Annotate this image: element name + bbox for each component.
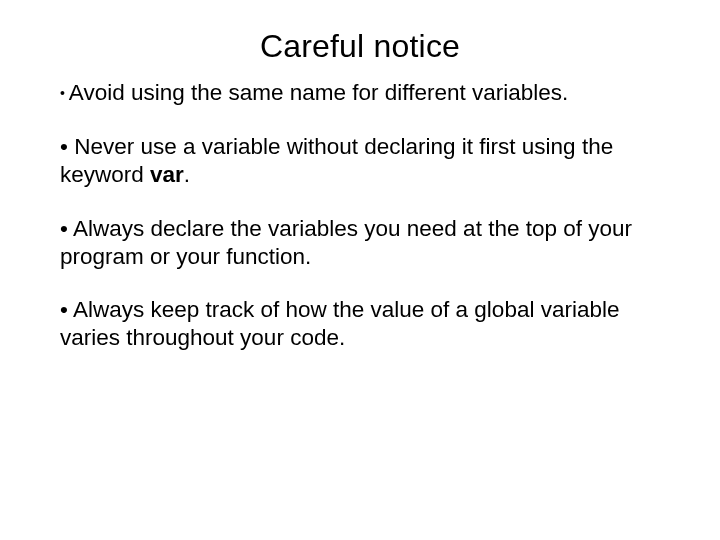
bullet-item: • Always keep track of how the value of … bbox=[60, 296, 660, 352]
bullet-item: • Always declare the variables you need … bbox=[60, 215, 660, 271]
slide: Careful notice • Avoid using the same na… bbox=[0, 0, 720, 540]
bullet-dot-icon: • bbox=[60, 297, 73, 322]
bullet-text: Never use a variable without declaring i… bbox=[60, 134, 613, 187]
bullet-dot-icon: • bbox=[60, 85, 69, 101]
bullet-text: Always declare the variables you need at… bbox=[60, 216, 632, 269]
bullet-text: Avoid using the same name for different … bbox=[69, 80, 568, 105]
bullet-text: Always keep track of how the value of a … bbox=[60, 297, 619, 350]
bullet-text: . bbox=[184, 162, 190, 187]
bullet-item: • Never use a variable without declaring… bbox=[60, 133, 660, 189]
bullet-list: • Avoid using the same name for differen… bbox=[60, 79, 660, 352]
bullet-dot-icon: • bbox=[60, 134, 74, 159]
bullet-dot-icon: • bbox=[60, 216, 73, 241]
bullet-item: • Avoid using the same name for differen… bbox=[60, 79, 660, 107]
bullet-text-bold: var bbox=[150, 162, 184, 187]
slide-title: Careful notice bbox=[60, 28, 660, 65]
